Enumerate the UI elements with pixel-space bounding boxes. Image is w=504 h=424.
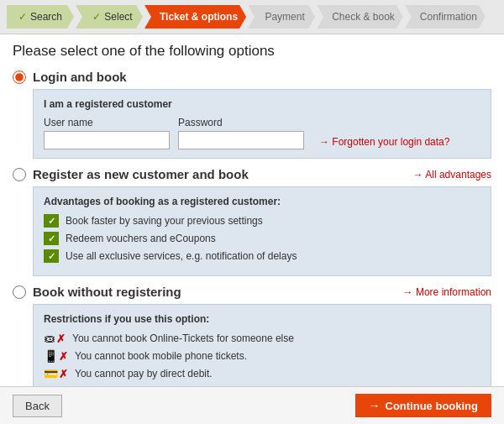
login-radio[interactable]	[13, 71, 26, 84]
step-check-select: ✓	[92, 11, 101, 23]
step-check-book: Check & book	[317, 5, 403, 29]
step-check-search: ✓	[18, 11, 27, 23]
username-field-group: User name	[44, 117, 170, 149]
login-option-title: Login and book	[33, 70, 127, 84]
step-search: ✓ Search	[7, 5, 74, 29]
no-register-radio[interactable]	[13, 285, 26, 299]
step-confirmation: Confirmation	[405, 5, 486, 29]
login-fields: User name Password Forgotten your login …	[44, 117, 480, 149]
step-payment: Payment	[248, 5, 315, 29]
restrict-box: Restrictions if you use this option: 🎟✗ …	[33, 304, 491, 394]
advantage-item-1: Book faster by saving your previous sett…	[44, 214, 480, 228]
password-field-group: Password	[178, 117, 304, 149]
register-option-section: Register as new customer and book All ad…	[13, 167, 491, 276]
login-option-section: Login and book I am a registered custome…	[13, 70, 491, 159]
username-label: User name	[44, 117, 170, 128]
check-icon-2	[44, 232, 59, 245]
progress-bar: ✓ Search ✓ Select Ticket & options Payme…	[0, 0, 504, 34]
more-info-link[interactable]: More information	[403, 286, 491, 298]
password-label: Password	[178, 117, 304, 128]
restrict-item-3: 💳✗ You cannot pay by direct debit.	[44, 367, 480, 380]
check-icon-1	[44, 214, 59, 228]
restrict-icon-2: 📱✗	[44, 349, 68, 363]
page-title: Please select one of the following optio…	[13, 43, 491, 60]
back-button[interactable]: Back	[13, 395, 62, 417]
restrict-icon-3: 💳✗	[44, 367, 68, 380]
restrict-icon-1: 🎟✗	[44, 332, 66, 345]
continue-arrow-icon: →	[369, 399, 381, 412]
forgotten-link[interactable]: Forgotten your login data?	[319, 136, 449, 148]
all-advantages-link[interactable]: All advantages	[413, 169, 491, 181]
continue-booking-button[interactable]: → Continue booking	[355, 394, 491, 417]
restrict-box-heading: Restrictions if you use this option:	[44, 313, 480, 325]
username-input[interactable]	[44, 131, 170, 149]
login-option-header: Login and book	[13, 70, 491, 84]
register-radio[interactable]	[13, 168, 26, 181]
no-register-option-title: Book without registering	[33, 285, 181, 299]
restrict-item-2: 📱✗ You cannot book mobile phone tickets.	[44, 349, 480, 363]
advantage-item-3: Use all exclusive services, e.g. notific…	[44, 249, 480, 263]
main-content: Please select one of the following optio…	[0, 34, 504, 411]
restrict-item-1: 🎟✗ You cannot book Online-Tickets for so…	[44, 332, 480, 345]
check-icon-3	[44, 249, 59, 263]
no-register-option-header: Book without registering More informatio…	[13, 285, 491, 299]
footer: Back → Continue booking	[0, 386, 504, 424]
register-box-heading: Advantages of booking as a registered cu…	[44, 196, 480, 207]
register-option-title: Register as new customer and book	[33, 167, 249, 181]
step-ticket-options: Ticket & options	[144, 5, 246, 29]
step-select: ✓ Select	[76, 5, 143, 29]
register-box: Advantages of booking as a registered cu…	[33, 186, 491, 276]
no-register-option-section: Book without registering More informatio…	[13, 285, 491, 394]
password-input[interactable]	[178, 131, 304, 149]
advantage-item-2: Redeem vouchers and eCoupons	[44, 232, 480, 245]
register-option-header: Register as new customer and book All ad…	[13, 167, 491, 181]
login-box: I am a registered customer User name Pas…	[33, 89, 491, 159]
login-box-heading: I am a registered customer	[44, 98, 480, 110]
